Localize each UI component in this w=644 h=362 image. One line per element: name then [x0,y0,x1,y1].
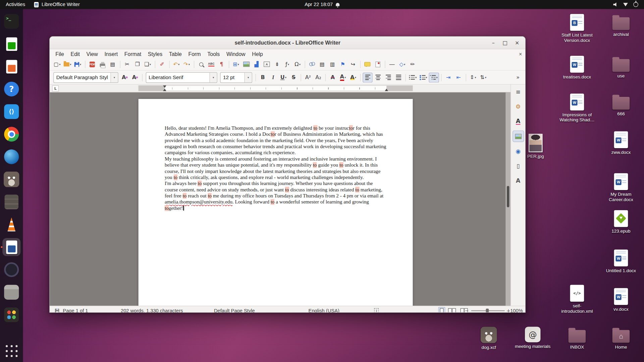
page-count-field[interactable]: Page 1 of 1 [63,306,88,313]
document-page[interactable]: Hello, dear students! I'm Amelia Thompso… [139,99,413,306]
dock-help[interactable]: ? [2,80,20,98]
dock-chrome[interactable] [2,125,20,143]
insert-cross-reference-button[interactable]: ↪ [348,59,358,69]
superscript-button[interactable]: A² [303,72,313,82]
document-area[interactable]: Hello, dear students! I'm Amelia Thompso… [50,93,511,306]
menu-format[interactable]: Format [121,50,145,58]
sidebar-tab-style-inspector[interactable]: A [513,175,524,186]
copy-button[interactable]: ❐ [132,59,142,69]
insert-bookmark-button[interactable]: ⚑ [338,59,347,69]
increase-indent-button[interactable]: ⇥ [443,72,453,82]
sidebar-settings-button[interactable]: ≡ [513,86,524,98]
system-tray[interactable] [613,2,644,7]
focused-app-menu[interactable]: LibreOffice Writer [34,2,80,7]
underline-button[interactable]: U▾ [278,72,288,82]
paste-button[interactable]: ❑▾ [143,59,153,69]
dock-file-cabinet[interactable] [2,193,20,211]
combo-dropdown-icon[interactable]: ▾ [209,72,217,82]
update-style-button[interactable]: A✱ [120,72,130,82]
paragraph[interactable]: Hello, dear students! I'm Amelia Thompso… [165,125,387,156]
insert-special-character-button[interactable]: Ω▾ [292,59,302,69]
right-indent-marker[interactable] [385,88,388,91]
insert-comment-button[interactable] [363,59,372,69]
sidebar-tab-styles[interactable]: A [513,116,524,127]
insert-endnote-button[interactable]: ▥ [328,59,337,69]
decrease-indent-button[interactable]: ⇤ [454,72,464,82]
export-pdf-button[interactable]: PDF [87,59,97,69]
left-indent-marker[interactable] [163,88,166,91]
cut-button[interactable]: ✂ [122,59,132,69]
dock-libreoffice-writer[interactable] [2,238,20,256]
line-spacing-button[interactable]: ⇕▾ [468,72,478,82]
dock-terminal[interactable]: >_ [2,12,20,31]
minimize-button[interactable]: – [489,39,497,47]
zoom-slider-handle[interactable] [486,308,489,312]
paragraph-style-combo[interactable]: Default Paragraph Styl ▾ [53,72,118,83]
zoom-slider-track[interactable] [471,310,504,311]
font-color-button[interactable]: A▾ [338,72,348,82]
formatting-marks-button[interactable]: ¶ [217,59,226,69]
desktop-icon-meeting-materials[interactable]: @ meeting materials [513,327,552,349]
insert-footnote-button[interactable]: ▤ [317,59,327,69]
insert-horizontal-line-button[interactable]: ― [387,59,397,69]
menu-styles[interactable]: Styles [145,50,166,58]
paragraph[interactable]: I'm always here to support you throughou… [165,181,387,212]
sidebar-tab-gallery[interactable] [513,130,524,142]
combo-dropdown-icon[interactable]: ▾ [245,72,252,82]
desktop-icon-impressions[interactable]: W Impressions of Watching Shad… [557,94,597,123]
save-button[interactable]: ▾ [73,59,83,69]
tab-stop-selector[interactable]: L [52,85,59,92]
ruler-track[interactable] [139,85,413,91]
align-right-button[interactable] [383,72,393,82]
insert-page-break-button[interactable]: ⇟ [272,59,282,69]
align-left-button[interactable] [363,72,372,82]
menu-window[interactable]: Window [223,50,249,58]
desktop-icon-self-introduction-xml[interactable]: </> self-introduction.xml [557,285,597,314]
unordered-list-button[interactable]: ▾ [408,72,418,82]
horizontal-ruler[interactable]: L [50,84,511,92]
dock-archive-manager[interactable] [2,283,20,301]
insert-image-button[interactable] [241,59,251,69]
desktop-icon-inbox[interactable]: INBOX [557,327,597,350]
new-document-button[interactable]: ▢▾ [52,59,62,69]
desktop-icon-zww[interactable]: W zww.docx [601,131,641,155]
dock-dark-app[interactable] [2,261,20,279]
zoom-out-button[interactable]: − [465,306,469,313]
word-count-field[interactable]: 202 words, 1,330 characters [121,306,183,313]
close-document-button[interactable]: × [519,51,522,57]
redo-button[interactable]: ↷▾ [182,59,192,69]
insert-table-button[interactable]: ⊞▾ [231,59,241,69]
menu-help[interactable]: Help [249,50,266,58]
paragraph-spacing-button[interactable]: ⇅▾ [478,72,488,82]
menu-tools[interactable]: Tools [204,50,223,58]
paragraph[interactable]: My teaching philosophy is centered aroun… [165,156,387,180]
document-text[interactable]: Hello, dear students! I'm Amelia Thompso… [165,125,387,211]
print-preview-button[interactable]: ▤ [108,59,117,69]
sidebar-tab-page[interactable]: ▯ [513,160,524,172]
dock-browser[interactable] [2,148,20,166]
track-changes-button[interactable] [373,59,382,69]
first-line-indent-marker[interactable] [163,85,166,88]
insert-text-box-button[interactable]: A [262,59,272,69]
insert-hyperlink-button[interactable] [307,59,317,69]
desktop-icon-home[interactable]: ⌂ Home [601,327,641,350]
show-applications-button[interactable] [5,345,18,357]
zoom-percent-field[interactable]: 100% [510,306,523,313]
scrollbar-thumb[interactable] [507,186,509,207]
basic-shapes-button[interactable]: ◇▾ [397,59,407,69]
find-and-replace-button[interactable] [196,59,206,69]
spelling-button[interactable]: ABC [206,59,216,69]
menu-insert[interactable]: Insert [101,50,121,58]
activities-button[interactable]: Activities [6,2,25,7]
menu-edit[interactable]: Edit [67,50,83,58]
desktop-icon-archival[interactable]: archival [601,14,641,37]
desktop-icon-untitled-1[interactable]: W Untitled 1.docx [601,249,641,273]
dock-gimp[interactable] [2,170,20,188]
desktop-icon-dog-xcf[interactable]: dog.xcf [469,327,508,350]
toolbar-overflow-button[interactable]: » [513,72,523,82]
clone-formatting-button[interactable]: ✐ [157,59,167,69]
font-name-combo[interactable]: Liberation Serif ▾ [146,72,217,83]
dock-libreoffice-impress[interactable] [2,57,20,75]
font-size-combo[interactable]: 12 pt ▾ [220,72,252,83]
subscript-button[interactable]: A₂ [313,72,323,82]
